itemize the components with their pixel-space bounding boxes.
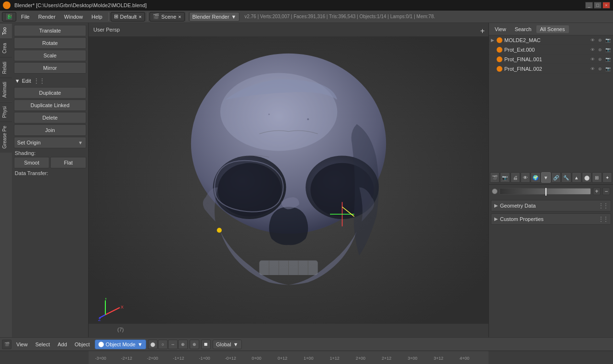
- menu-bar: 🐉 File Render Window Help ⊞ Default × 🎬 …: [0, 11, 613, 23]
- menu-window[interactable]: Window: [60, 13, 87, 21]
- scene-item-prot-final-001[interactable]: Prot_FINAL.001 👁 ⊕ 📷: [489, 55, 613, 64]
- scene-name-molde2: MOLDE2_MAC: [504, 37, 588, 43]
- scale-button[interactable]: Scale: [14, 50, 86, 61]
- render-engine-selector[interactable]: Blender Render ▼: [189, 12, 240, 22]
- right-tab-view[interactable]: View: [491, 25, 510, 33]
- minimize-button[interactable]: _: [585, 2, 593, 9]
- tab-relations[interactable]: Relati: [0, 57, 12, 78]
- color-bar[interactable]: [499, 188, 591, 195]
- edit-section-label: Edit: [22, 78, 31, 84]
- prop-icon-material[interactable]: ⬤: [582, 172, 591, 183]
- menu-help[interactable]: Help: [88, 13, 106, 21]
- mode-selector[interactable]: ⬤ Object Mode ▼: [95, 340, 146, 349]
- rendered-shading-icon[interactable]: ⊕: [178, 340, 188, 349]
- scene-select-icon[interactable]: ⊕: [597, 56, 603, 63]
- add-button[interactable]: −: [602, 188, 610, 195]
- snap-icon[interactable]: 🔲: [201, 340, 211, 349]
- select-menu[interactable]: Select: [33, 342, 53, 347]
- prop-icon-modifiers[interactable]: 🔧: [561, 172, 571, 183]
- timeline-ruler[interactable]: -3+00 -2+12 -2+00 -1+12 -1+00 -0+12 0+00…: [89, 351, 488, 364]
- scene-render-icon[interactable]: 📷: [604, 37, 611, 44]
- right-tab-all-scenes[interactable]: All Scenes: [536, 25, 569, 33]
- blender-menu[interactable]: 🐉: [2, 12, 16, 22]
- transform-space-selector[interactable]: Global ▼: [213, 340, 242, 349]
- geometry-data-title: Geometry Data: [500, 203, 598, 209]
- menu-file[interactable]: File: [17, 13, 34, 21]
- pivot-icon[interactable]: ⊕: [190, 340, 199, 349]
- scene-render-icon[interactable]: 📷: [604, 56, 611, 63]
- duplicate-button[interactable]: Duplicate: [14, 87, 86, 99]
- scene-render-icon[interactable]: 📷: [604, 46, 611, 53]
- tab-create[interactable]: Crea: [0, 39, 12, 57]
- scene-item-prot-ext[interactable]: Prot_Ext.000 👁 ⊕ 📷: [489, 45, 613, 55]
- ruler-mark--2: -2+00: [147, 356, 158, 361]
- delete-button[interactable]: Delete: [14, 112, 86, 123]
- scene-vis-icon[interactable]: 👁: [589, 37, 596, 44]
- scene-vis-icon[interactable]: 👁: [589, 56, 596, 63]
- layout-selector[interactable]: ⊞ Default ×: [111, 12, 145, 22]
- remove-button[interactable]: +: [593, 188, 601, 195]
- scene-select-icon[interactable]: ⊕: [597, 66, 603, 72]
- add-menu[interactable]: Add: [55, 342, 70, 347]
- solid-shading-icon[interactable]: ⬤: [148, 340, 158, 349]
- prop-icon-texture[interactable]: ⊞: [592, 172, 602, 183]
- custom-props-dots: ⋮⋮: [598, 216, 608, 222]
- scene-item-prot-final-002[interactable]: Prot_FINAL.002 👁 ⊕ 📷: [489, 64, 613, 74]
- prop-icon-view[interactable]: 👁: [521, 172, 530, 183]
- prop-icon-output[interactable]: 🖨: [511, 172, 520, 183]
- viewport-expand-icon[interactable]: +: [480, 27, 485, 35]
- tab-tools[interactable]: Too: [0, 23, 12, 39]
- scene-render-icon[interactable]: 📷: [604, 66, 611, 72]
- scene-select-icon[interactable]: ⊕: [597, 37, 603, 44]
- engine-name: Blender Render: [193, 14, 229, 20]
- view-menu[interactable]: View: [13, 342, 31, 347]
- rotate-button[interactable]: Rotate: [14, 37, 86, 49]
- tab-physics[interactable]: Physi: [0, 102, 12, 121]
- edit-triangle-icon: ▼: [15, 78, 20, 84]
- object-menu[interactable]: Object: [72, 342, 93, 347]
- scene-select-icon[interactable]: ⊕: [597, 46, 603, 53]
- geometry-data-header[interactable]: ▶ Geometry Data ⋮⋮: [491, 200, 611, 211]
- duplicate-linked-button[interactable]: Duplicate Linked: [14, 99, 86, 111]
- right-panel-header: View Search All Scenes: [489, 23, 613, 35]
- svg-point-16: [217, 228, 222, 232]
- prop-icon-particles[interactable]: ✦: [602, 172, 612, 183]
- mirror-button[interactable]: Mirror: [14, 62, 86, 74]
- scene-type-icon: [497, 56, 502, 62]
- prop-icon-scene[interactable]: 🎬: [490, 172, 499, 183]
- prop-icon-world[interactable]: 🌍: [531, 172, 540, 183]
- translate-button[interactable]: Translate: [14, 25, 86, 36]
- prop-icon-render[interactable]: 📷: [500, 172, 510, 183]
- scene-selector[interactable]: 🎬 Scene ×: [149, 12, 185, 22]
- prop-icon-constraints[interactable]: 🔗: [551, 172, 561, 183]
- viewport-label: User Persp: [93, 27, 120, 33]
- smooth-button[interactable]: Smoot: [14, 157, 50, 168]
- scene-icon: 🎬: [153, 13, 159, 20]
- geometry-data-group: ▶ Geometry Data ⋮⋮: [491, 200, 611, 211]
- scene-vis-icon[interactable]: 👁: [589, 46, 596, 53]
- texture-shading-icon[interactable]: ↔: [168, 340, 178, 349]
- blender-logo-icon: [3, 1, 11, 9]
- scene-item-molde2-mac[interactable]: ▶ MOLDE2_MAC 👁 ⊕ 📷: [489, 35, 613, 45]
- viewport[interactable]: User Persp +: [89, 23, 488, 337]
- join-button[interactable]: Join: [14, 124, 86, 136]
- tab-grease-pencil[interactable]: Grease Pe: [0, 121, 12, 153]
- maximize-button[interactable]: □: [594, 2, 602, 9]
- edit-section-header[interactable]: ▼ Edit ⋮⋮: [14, 76, 86, 86]
- edit-dots-icon: ⋮⋮: [33, 77, 45, 85]
- ruler-mark-4: 4+00: [460, 356, 469, 361]
- right-tab-search[interactable]: Search: [511, 25, 535, 33]
- set-origin-button[interactable]: Set Origin ▼: [14, 137, 86, 148]
- tab-animation[interactable]: Animati: [0, 77, 12, 101]
- flat-button[interactable]: Flat: [50, 157, 86, 168]
- scene-type-icon: [497, 47, 502, 53]
- viewport-type-icon[interactable]: 🎬: [2, 340, 11, 349]
- menu-render[interactable]: Render: [34, 13, 59, 21]
- window-controls: _ □ ×: [585, 2, 610, 9]
- prop-icon-object[interactable]: ▼: [541, 172, 551, 183]
- prop-icon-data[interactable]: ▲: [572, 172, 581, 183]
- custom-properties-header[interactable]: ▶ Custom Properties ⋮⋮: [491, 214, 611, 224]
- close-button[interactable]: ×: [602, 2, 610, 9]
- wire-shading-icon[interactable]: ○: [158, 340, 168, 349]
- scene-vis-icon[interactable]: 👁: [589, 66, 596, 72]
